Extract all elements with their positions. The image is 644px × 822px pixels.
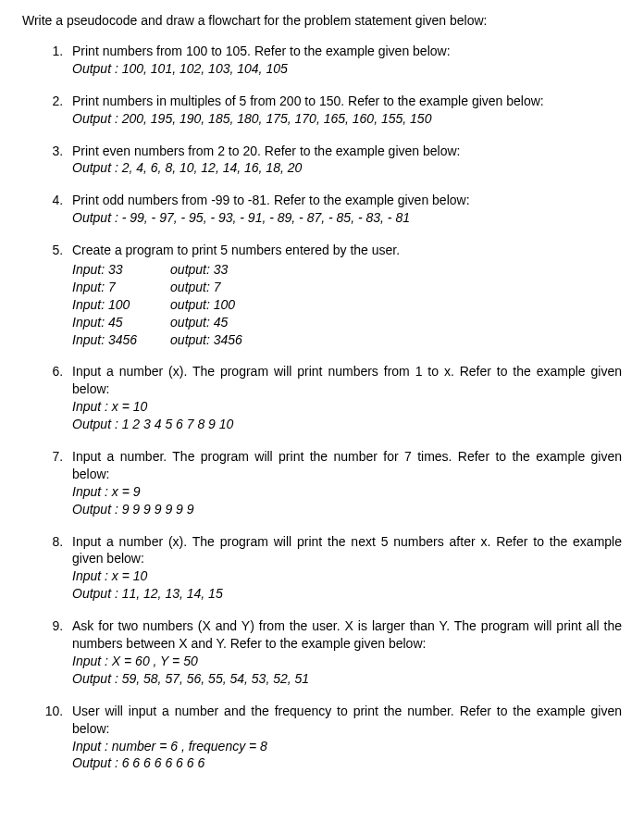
problem-item-9: Ask for two numbers (X and Y) from the u… xyxy=(67,617,622,688)
problem-statement: Ask for two numbers (X and Y) from the u… xyxy=(72,617,622,653)
io-row: Input: 3456 output: 3456 xyxy=(72,331,242,349)
example-output: Output : 1 2 3 4 5 6 7 8 9 10 xyxy=(72,416,622,433)
problem-statement: Create a program to print 5 numbers ente… xyxy=(72,242,622,259)
problem-item-6: Input a number (x). The program will pri… xyxy=(67,363,622,433)
problem-item-4: Print odd numbers from -99 to -81. Refer… xyxy=(67,192,622,227)
example-output: Output : - 99, - 97, - 95, - 93, - 91, -… xyxy=(72,209,622,227)
example-output: Output : 11, 12, 13, 14, 15 xyxy=(72,585,622,603)
example-output: Output : 59, 58, 57, 56, 55, 54, 53, 52,… xyxy=(72,670,622,688)
io-output: output: 7 xyxy=(170,279,242,296)
example-input: Input : number = 6 , frequency = 8 xyxy=(72,738,622,755)
example-output: Output : 200, 195, 190, 185, 180, 175, 1… xyxy=(72,110,622,128)
problem-statement: User will input a number and the frequen… xyxy=(72,703,622,738)
io-input: Input: 3456 xyxy=(72,331,170,349)
io-input: Input: 33 xyxy=(72,261,170,279)
io-example-table: Input: 33 output: 33 Input: 7 output: 7 … xyxy=(72,261,242,348)
problem-statement: Print numbers in multiples of 5 from 200… xyxy=(72,93,622,110)
io-input: Input: 45 xyxy=(72,314,170,331)
io-input: Input: 100 xyxy=(72,296,170,314)
example-output: Output : 9 9 9 9 9 9 9 xyxy=(72,501,622,518)
problem-statement: Input a number. The program will print t… xyxy=(72,448,622,483)
example-output: Output : 6 6 6 6 6 6 6 6 xyxy=(72,754,622,772)
problem-item-1: Print numbers from 100 to 105. Refer to … xyxy=(67,43,622,78)
problem-list: Print numbers from 100 to 105. Refer to … xyxy=(22,43,622,772)
problem-statement: Input a number (x). The program will pri… xyxy=(72,533,622,568)
example-input: Input : x = 10 xyxy=(72,567,622,585)
io-output: output: 45 xyxy=(170,314,242,331)
document-page: Write a pseudocode and draw a flowchart … xyxy=(0,0,644,822)
io-row: Input: 7 output: 7 xyxy=(72,279,242,296)
problem-item-7: Input a number. The program will print t… xyxy=(67,448,622,518)
io-output: output: 100 xyxy=(170,296,242,314)
problem-statement: Print odd numbers from -99 to -81. Refer… xyxy=(72,192,622,209)
io-output: output: 3456 xyxy=(170,331,242,349)
problem-item-2: Print numbers in multiples of 5 from 200… xyxy=(67,93,622,128)
problem-statement: Print numbers from 100 to 105. Refer to … xyxy=(72,43,622,60)
problem-item-10: User will input a number and the frequen… xyxy=(67,703,622,773)
problem-item-3: Print even numbers from 2 to 20. Refer t… xyxy=(67,143,622,178)
example-output: Output : 100, 101, 102, 103, 104, 105 xyxy=(72,60,622,78)
io-row: Input: 100 output: 100 xyxy=(72,296,242,314)
problem-item-8: Input a number (x). The program will pri… xyxy=(67,533,622,604)
problem-statement: Input a number (x). The program will pri… xyxy=(72,363,622,398)
example-output: Output : 2, 4, 6, 8, 10, 12, 14, 16, 18,… xyxy=(72,159,622,177)
page-title: Write a pseudocode and draw a flowchart … xyxy=(22,13,622,28)
example-input: Input : x = 10 xyxy=(72,398,622,416)
example-input: Input : X = 60 , Y = 50 xyxy=(72,653,622,670)
io-row: Input: 45 output: 45 xyxy=(72,314,242,331)
problem-statement: Print even numbers from 2 to 20. Refer t… xyxy=(72,143,622,160)
io-output: output: 33 xyxy=(170,261,242,279)
io-row: Input: 33 output: 33 xyxy=(72,261,242,279)
example-input: Input : x = 9 xyxy=(72,483,622,501)
io-input: Input: 7 xyxy=(72,279,170,296)
problem-item-5: Create a program to print 5 numbers ente… xyxy=(67,242,622,348)
